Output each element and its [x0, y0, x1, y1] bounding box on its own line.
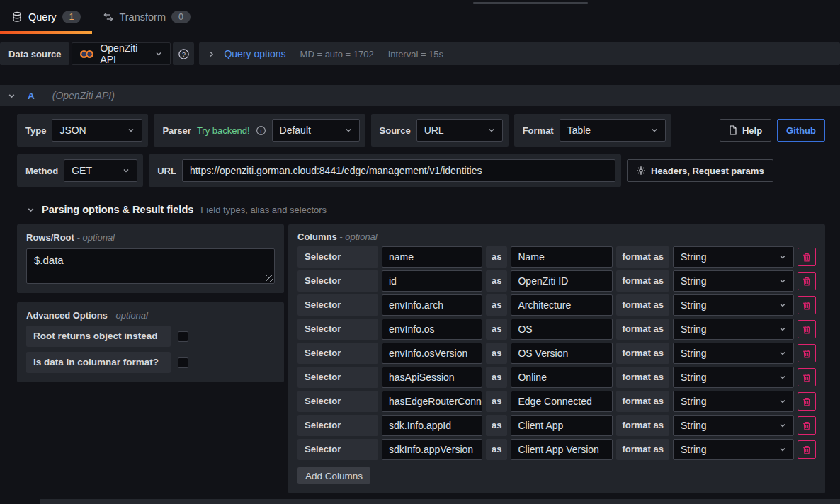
format-as-label: format as	[616, 415, 669, 436]
column-selector-input[interactable]: sdk.Info.appId	[382, 415, 482, 436]
column-format-select[interactable]: String	[673, 270, 794, 292]
columnar-format-option-label: Is data in columnar format?	[26, 352, 171, 373]
delete-column-button[interactable]	[798, 248, 816, 266]
column-selector-input[interactable]: id	[382, 270, 482, 292]
chevron-down-icon	[779, 302, 786, 309]
column-alias-value: OS	[518, 323, 532, 335]
advanced-option-row: Is data in columnar format?	[26, 352, 275, 373]
parser-select[interactable]: Default	[272, 119, 360, 142]
column-selector-input[interactable]: hasApiSession	[382, 367, 482, 388]
tab-query-label: Query	[28, 11, 57, 23]
format-as-label: format as	[616, 439, 669, 460]
advanced-options-label-text: Advanced Options	[26, 310, 108, 321]
query-options-bar: Query options MD = auto = 1702 Interval …	[199, 42, 840, 65]
column-alias-input[interactable]: Online	[511, 367, 613, 388]
rows-root-input[interactable]: $.data	[26, 248, 275, 284]
headers-button-label: Headers, Request params	[651, 166, 764, 176]
selector-label: Selector	[297, 367, 378, 388]
add-columns-button[interactable]: Add Columns	[297, 467, 370, 484]
chevron-down-icon	[779, 326, 786, 333]
source-select[interactable]: URL	[416, 119, 503, 142]
request-row: Method GET URL https://openziti.gorman.c…	[17, 154, 825, 187]
delete-column-button[interactable]	[798, 392, 816, 411]
column-format-select[interactable]: String	[673, 343, 794, 364]
column-alias-input[interactable]: OS Version	[511, 343, 613, 364]
column-selector-input[interactable]: hasEdgeRouterConne	[382, 391, 482, 412]
trash-icon	[802, 301, 811, 310]
delete-column-button[interactable]	[798, 416, 816, 435]
column-format-select[interactable]: String	[673, 391, 794, 412]
headers-request-params-button[interactable]: Headers, Request params	[627, 159, 773, 182]
column-alias-input[interactable]: Name	[511, 246, 613, 268]
columnar-format-checkbox[interactable]	[178, 357, 188, 368]
column-alias-input[interactable]: Client App	[511, 415, 613, 436]
url-input[interactable]: https://openziti.gorman.cloud:8441/edge/…	[182, 159, 615, 182]
delete-column-button[interactable]	[798, 320, 816, 338]
resize-handle-icon[interactable]	[266, 275, 273, 282]
datasource-picker[interactable]: OpenZiti API	[72, 42, 171, 65]
column-selector-input[interactable]: envInfo.osVersion	[382, 343, 482, 364]
chevron-down-icon	[123, 167, 130, 174]
column-selector-input[interactable]: envInfo.os	[382, 319, 482, 340]
datasource-help-button[interactable]: ?	[173, 42, 194, 65]
column-selector-input[interactable]: envInfo.arch	[382, 294, 482, 316]
method-select[interactable]: GET	[64, 159, 137, 182]
as-label: as	[486, 270, 507, 292]
column-format-select[interactable]: String	[673, 246, 794, 268]
column-format-select[interactable]: String	[673, 319, 794, 340]
selector-label: Selector	[297, 343, 378, 364]
query-row-header[interactable]: A (OpenZiti API)	[0, 85, 840, 106]
github-button[interactable]: Github	[777, 119, 825, 142]
tab-transform[interactable]: Transform 0	[92, 0, 201, 34]
column-format-select[interactable]: String	[673, 294, 794, 316]
parser-select-value: Default	[280, 125, 311, 136]
column-alias-input[interactable]: OpenZiti ID	[511, 270, 613, 292]
root-object-checkbox[interactable]	[178, 331, 188, 342]
type-select-value: JSON	[59, 125, 86, 136]
document-icon	[729, 125, 737, 135]
query-options-toggle[interactable]: Query options	[224, 48, 285, 59]
column-alias-input[interactable]: Edge Connected	[511, 391, 613, 412]
query-options-interval: Interval = 15s	[388, 49, 443, 59]
column-selector-value: name	[389, 251, 414, 263]
delete-column-button[interactable]	[798, 344, 816, 362]
section-title: Parsing options & Result fields	[42, 204, 193, 215]
column-alias-input[interactable]: Architecture	[511, 294, 613, 316]
question-circle-icon: ?	[178, 48, 190, 60]
column-alias-input[interactable]: OS	[511, 319, 613, 340]
chevron-down-icon	[779, 350, 786, 357]
delete-column-button[interactable]	[798, 296, 816, 314]
column-selector-input[interactable]: sdkInfo.appVersion	[382, 439, 482, 460]
delete-column-button[interactable]	[798, 272, 816, 290]
format-as-label: format as	[616, 246, 669, 268]
column-row: Selector hasEdgeRouterConne as Edge Conn…	[297, 391, 816, 412]
source-label: Source	[377, 125, 411, 136]
columns-label-text: Columns	[297, 231, 337, 242]
as-label: as	[486, 439, 507, 460]
columns-panel: Columns - optional Selector name as Name…	[288, 224, 825, 493]
column-format-value: String	[681, 444, 707, 455]
column-format-select[interactable]: String	[673, 415, 794, 436]
selector-label: Selector	[297, 391, 378, 412]
column-alias-input[interactable]: Client App Version	[511, 439, 613, 460]
tab-query[interactable]: Query 1	[0, 0, 92, 34]
selector-label: Selector	[297, 415, 378, 436]
column-row: Selector sdk.Info.appId as Client App fo…	[297, 415, 816, 436]
parsing-options-section-toggle[interactable]: Parsing options & Result fields Field ty…	[17, 204, 825, 215]
delete-column-button[interactable]	[798, 368, 816, 386]
column-format-select[interactable]: String	[673, 439, 794, 460]
column-format-value: String	[681, 372, 707, 383]
datasource-picker-value: OpenZiti API	[100, 42, 149, 65]
parser-label: Parser	[159, 125, 191, 136]
help-button[interactable]: Help	[720, 119, 771, 142]
delete-column-button[interactable]	[798, 440, 816, 459]
query-editor-body: Type JSON Parser Try backend! i Default …	[0, 114, 840, 493]
column-selector-input[interactable]: name	[382, 246, 482, 268]
column-selector-value: envInfo.arch	[389, 299, 443, 311]
panel-resize-handle[interactable]	[473, 2, 588, 4]
info-circle-icon: i	[256, 125, 266, 136]
selector-label: Selector	[297, 270, 378, 292]
type-select[interactable]: JSON	[52, 119, 142, 142]
format-select[interactable]: Table	[560, 119, 666, 142]
column-format-select[interactable]: String	[673, 367, 794, 388]
